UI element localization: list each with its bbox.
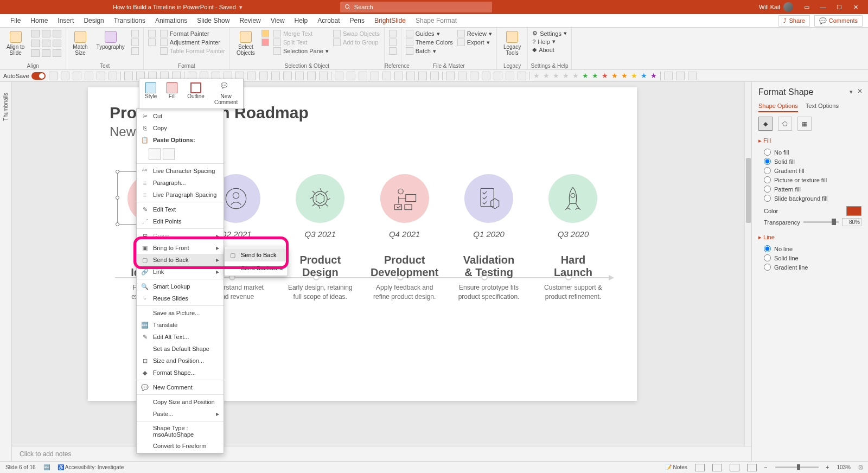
tab-home[interactable]: Home [25, 14, 53, 27]
star-icon[interactable]: ★ [563, 72, 569, 80]
star-icon[interactable]: ★ [582, 72, 589, 80]
qat-icon[interactable] [382, 72, 391, 80]
merge-text-button[interactable]: Merge Text [273, 30, 329, 37]
ctx-cut[interactable]: ✂Cut [137, 110, 224, 122]
picture-fill-radio[interactable]: Picture or texture fill [758, 175, 861, 184]
comments-button[interactable]: 💬Comments [814, 15, 863, 27]
adjustment-painter-button[interactable]: Adjustment Painter [160, 39, 225, 46]
tab-slideshow[interactable]: Slide Show [192, 14, 234, 27]
accessibility-indicator[interactable]: ♿ Accessibility: Investigate [58, 464, 124, 470]
tab-pens[interactable]: Pens [345, 14, 369, 27]
gradient-fill-radio[interactable]: Gradient fill [758, 166, 861, 175]
ctx-paragraph[interactable]: ≡Paragraph... [137, 177, 224, 189]
batch-button[interactable]: Batch ▾ [406, 47, 453, 55]
tab-shapeformat[interactable]: Shape Format [411, 14, 462, 27]
qat-icon[interactable] [518, 72, 526, 80]
typography-button[interactable]: Typography [94, 30, 127, 51]
settings-button[interactable]: ⚙Settings ▾ [532, 30, 567, 37]
zoom-level[interactable]: 103% [837, 464, 851, 470]
star-icon[interactable]: ★ [592, 72, 598, 80]
star-icon[interactable]: ★ [621, 72, 628, 80]
add-to-group-button[interactable]: Add to Group [333, 39, 380, 46]
tab-design[interactable]: Design [79, 14, 108, 27]
about-button[interactable]: ◆About [532, 46, 567, 53]
tab-acrobat[interactable]: Acrobat [312, 14, 344, 27]
fill-button[interactable]: Fill [163, 81, 181, 106]
qat-icon[interactable] [295, 72, 304, 80]
gradient-line-radio[interactable]: Gradient line [758, 263, 861, 272]
star-icon[interactable]: ★ [650, 72, 657, 80]
star-icon[interactable]: ★ [631, 72, 637, 80]
match-size-button[interactable]: Match Size [71, 30, 90, 57]
qat-icon[interactable] [506, 72, 514, 80]
zoom-in-icon[interactable]: + [826, 464, 829, 470]
ctx-save-as-picture[interactable]: Save as Picture... [137, 307, 224, 319]
ctx-send-to-back[interactable]: ▢Send to Back▶ [137, 254, 224, 266]
qat-icon[interactable] [283, 72, 292, 80]
qat-icon[interactable] [85, 72, 93, 80]
qat-icon[interactable] [61, 72, 69, 80]
solid-line-radio[interactable]: Solid line [758, 253, 861, 263]
review-button[interactable]: Review ▾ [457, 30, 492, 37]
pane-options-icon[interactable]: ▾ [850, 88, 853, 95]
ctx-live-char-spacing[interactable]: ᴬⱽLive Character Spacing [137, 165, 224, 177]
normal-view-icon[interactable] [695, 464, 705, 471]
ctx-link[interactable]: 🔗Link▶ [137, 266, 224, 278]
qat-icon[interactable] [271, 72, 280, 80]
qat-icon[interactable] [124, 72, 133, 80]
close-icon[interactable]: ✕ [847, 0, 864, 14]
qat-icon[interactable] [482, 72, 490, 80]
tab-file[interactable]: File [5, 14, 25, 27]
qat-icon[interactable] [494, 72, 502, 80]
theme-colors-button[interactable]: Theme Colors [406, 39, 453, 46]
legacy-tools-button[interactable]: Legacy Tools [501, 30, 523, 57]
canvas-area[interactable]: Product Design Roadmap New Product 2021 … [12, 82, 751, 461]
qat-icon[interactable] [458, 72, 467, 80]
slide-bg-fill-radio[interactable]: Slide background fill [758, 194, 861, 203]
zoom-slider[interactable] [775, 466, 819, 468]
ctx-paste-options[interactable] [137, 146, 224, 162]
ctx-edit-alt-text[interactable]: ✎Edit Alt Text... [137, 331, 224, 343]
autosave-toggle[interactable]: AutoSave [3, 72, 46, 80]
ribbon-display-icon[interactable]: ▭ [799, 0, 815, 14]
ctx-live-para-spacing[interactable]: ≡Live Paragraph Spacing [137, 189, 224, 201]
tab-transitions[interactable]: Transitions [109, 14, 150, 27]
pattern-fill-radio[interactable]: Pattern fill [758, 184, 861, 194]
fill-line-icon[interactable]: ◆ [758, 117, 773, 131]
qat-icon[interactable] [371, 72, 379, 80]
sub-send-to-back[interactable]: ▢Send to Back [225, 248, 288, 261]
star-icon[interactable]: ★ [543, 72, 550, 80]
tab-insert[interactable]: Insert [53, 14, 79, 27]
ctx-new-comment[interactable]: 💬New Comment [137, 381, 224, 393]
star-icon[interactable]: ★ [553, 72, 559, 80]
sub-send-backward[interactable]: ▫Send Backward [225, 261, 288, 274]
ctx-edit-text[interactable]: ✎Edit Text [137, 203, 224, 215]
user-account[interactable]: Will Kail [759, 2, 793, 12]
qat-icon[interactable] [247, 72, 256, 80]
style-button[interactable]: Style [142, 81, 160, 106]
outline-button[interactable]: Outline [184, 81, 208, 106]
tab-animations[interactable]: Animations [150, 14, 192, 27]
minimize-icon[interactable]: — [815, 0, 831, 14]
effects-icon[interactable]: ⬠ [778, 117, 792, 131]
star-icon[interactable]: ★ [602, 72, 608, 80]
new-comment-button[interactable]: 💬New Comment [211, 81, 241, 106]
tab-help[interactable]: Help [290, 14, 313, 27]
no-fill-radio[interactable]: No fill [758, 148, 861, 157]
format-painter-button[interactable]: Format Painter [160, 30, 225, 37]
align-to-slide-button[interactable]: Align to Slide [4, 30, 27, 57]
qat-icon[interactable] [259, 72, 268, 80]
ctx-format-shape[interactable]: ◆Format Shape... [137, 367, 224, 379]
tab-view[interactable]: View [266, 14, 290, 27]
ctx-edit-points[interactable]: ⋰Edit Points [137, 215, 224, 227]
ctx-convert-freeform[interactable]: Convert to Freeform [137, 440, 224, 452]
ctx-copy-size-position[interactable]: Copy Size and Position [137, 396, 224, 408]
qat-icon[interactable] [394, 72, 403, 80]
qat-icon[interactable] [307, 72, 316, 80]
size-properties-icon[interactable]: ▦ [797, 117, 812, 131]
no-line-radio[interactable]: No line [758, 244, 861, 253]
qat-icon[interactable] [664, 72, 673, 80]
text-options-tab[interactable]: Text Options [806, 103, 839, 112]
solid-fill-radio[interactable]: Solid fill [758, 157, 861, 166]
fit-to-window-icon[interactable]: ⊡ [858, 464, 863, 470]
